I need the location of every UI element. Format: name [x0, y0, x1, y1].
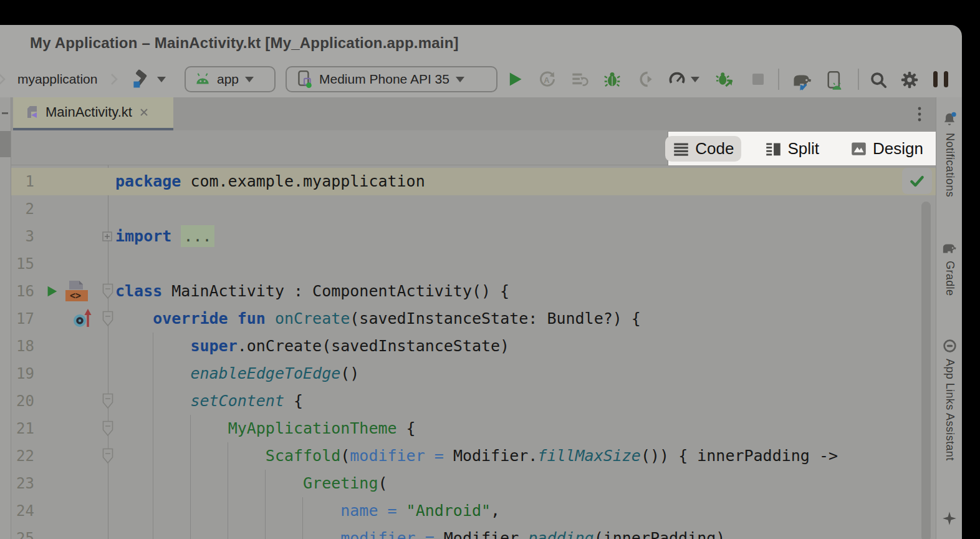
- code-token: class: [115, 282, 162, 300]
- main-area: MainActivity.kt: [0, 97, 962, 539]
- close-icon[interactable]: [138, 107, 150, 118]
- code-token: super: [190, 337, 237, 355]
- breadcrumb-label: myapplication: [17, 72, 97, 87]
- code-line[interactable]: 16<>class MainActivity : ComponentActivi…: [11, 278, 936, 305]
- code-text: import ...: [115, 223, 214, 250]
- right-tool-stripe: Notifications Gradle App Links Assistant: [936, 97, 962, 539]
- code-line[interactable]: 3import ...: [11, 223, 936, 250]
- apply-changes-button[interactable]: A: [539, 70, 556, 88]
- view-mode-code-button[interactable]: Code: [665, 136, 741, 162]
- code-editor[interactable]: 1package com.example.myapplication23impo…: [11, 165, 936, 539]
- breadcrumb[interactable]: myapplication: [17, 61, 97, 97]
- module-selector[interactable]: app: [185, 66, 276, 92]
- editor-tab-bar: MainActivity.kt: [11, 97, 936, 130]
- profiler-button[interactable]: [668, 70, 686, 88]
- device-manager-button[interactable]: [825, 70, 843, 88]
- tab-mainactivity[interactable]: MainActivity.kt: [13, 97, 173, 130]
- code-line[interactable]: 18 super.onCreate(savedInstanceState): [11, 333, 936, 360]
- view-mode-design-button[interactable]: Design: [843, 136, 931, 162]
- app-links-label: App Links Assistant: [943, 359, 956, 461]
- line-number: 17: [11, 305, 34, 333]
- sidebar-item-notifications[interactable]: Notifications: [936, 111, 962, 197]
- fold-marker-icon[interactable]: [102, 420, 113, 437]
- line-number: 24: [11, 497, 34, 525]
- code-token: [115, 392, 190, 410]
- build-dropdown-caret[interactable]: [157, 61, 166, 97]
- code-text: class MainActivity : ComponentActivity()…: [115, 278, 509, 305]
- settings-gear-icon: [900, 70, 919, 89]
- code-line[interactable]: 21 MyApplicationTheme {: [11, 415, 936, 442]
- build-button[interactable]: [130, 61, 151, 97]
- device-selector[interactable]: Medium Phone API 35: [286, 66, 497, 92]
- android-studio-window: My Application – MainActivity.kt [My_App…: [0, 25, 962, 539]
- design-view-label: Design: [873, 139, 923, 158]
- code-token: (: [340, 447, 350, 465]
- fold-marker-icon[interactable]: [102, 283, 113, 299]
- code-token: [115, 419, 228, 437]
- screen: My Application – MainActivity.kt [My_App…: [0, 0, 980, 539]
- editor-scrollbar[interactable]: [921, 202, 931, 539]
- profile-app-button[interactable]: [716, 70, 733, 88]
- search-icon: [869, 70, 888, 89]
- breadcrumb-chevron-icon: [110, 61, 118, 97]
- device-label: Medium Phone API 35: [319, 72, 449, 87]
- svg-text:<>: <>: [70, 290, 81, 301]
- code-line[interactable]: 23 Greeting(: [11, 470, 936, 497]
- profile-app-icon: [716, 70, 734, 89]
- gradle-sync-button[interactable]: [790, 70, 815, 88]
- code-token: Modifier.: [444, 529, 528, 539]
- line-number: 1: [11, 168, 34, 195]
- code-line[interactable]: 19 enableEdgeToEdge(): [11, 360, 936, 387]
- kotlin-file-icon: [24, 105, 39, 120]
- stripe-dash: [2, 112, 8, 114]
- code-text: Greeting(: [115, 470, 388, 497]
- app-links-icon: [942, 338, 958, 354]
- gradle-label: Gradle: [943, 261, 956, 296]
- left-tool-stripe: [0, 97, 11, 539]
- module-caret-icon: [245, 77, 254, 82]
- line-number: 23: [11, 470, 34, 497]
- debug-button[interactable]: [603, 70, 621, 88]
- run-class-icon[interactable]: [45, 284, 59, 299]
- code-text: setContent {: [115, 387, 303, 415]
- title-bar: My Application – MainActivity.kt [My_App…: [0, 25, 962, 61]
- gradle-elephant-icon: [940, 241, 959, 256]
- settings-button[interactable]: [900, 70, 918, 88]
- code-text: Scaffold(modifier = Modifier.fillMaxSize…: [115, 442, 838, 470]
- sidebar-item-app-links-assistant[interactable]: App Links Assistant: [936, 338, 962, 461]
- sidebar-item-gradle[interactable]: Gradle: [936, 241, 962, 296]
- code-line[interactable]: 2: [11, 195, 936, 223]
- overrides-method-icon[interactable]: [72, 308, 94, 330]
- android-icon: [195, 72, 211, 86]
- fold-marker-icon[interactable]: [102, 448, 113, 464]
- split-view-label: Split: [787, 139, 819, 158]
- code-token: name =: [340, 502, 406, 520]
- fold-plus-icon[interactable]: [102, 231, 112, 241]
- notifications-label: Notifications: [943, 133, 956, 197]
- apply-code-changes-button[interactable]: [571, 70, 588, 88]
- tab-options-kebab-icon[interactable]: [912, 106, 927, 122]
- code-line[interactable]: 25 modifier = Modifier.padding(innerPadd…: [11, 525, 936, 539]
- run-button[interactable]: [506, 70, 524, 88]
- stop-button[interactable]: [751, 72, 768, 89]
- code-line[interactable]: 15: [11, 250, 936, 278]
- search-everywhere-button[interactable]: [869, 70, 886, 88]
- line-number: 15: [11, 250, 34, 278]
- gemini-sparkle-button[interactable]: [936, 510, 962, 527]
- manifest-component-icon[interactable]: <>: [64, 279, 89, 303]
- fold-marker-icon[interactable]: [102, 311, 113, 327]
- attach-debugger-button[interactable]: [636, 70, 653, 88]
- code-token: [115, 337, 190, 355]
- code-line[interactable]: 20 setContent {: [11, 387, 936, 415]
- fold-marker-icon[interactable]: [102, 393, 113, 409]
- editor-column: MainActivity.kt: [11, 97, 936, 539]
- code-token: Greeting: [303, 474, 378, 492]
- code-line[interactable]: 22 Scaffold(modifier = Modifier.fillMaxS…: [11, 442, 936, 470]
- code-line[interactable]: 24 name = "Android",: [11, 497, 936, 525]
- code-line[interactable]: 1package com.example.myapplication: [11, 168, 936, 195]
- inspections-widget[interactable]: [902, 168, 932, 194]
- code-line[interactable]: 17 override fun onCreate(savedInstanceSt…: [11, 305, 936, 333]
- avatar[interactable]: [931, 69, 950, 87]
- profiler-caret-icon[interactable]: [691, 61, 699, 97]
- view-mode-split-button[interactable]: Split: [757, 136, 827, 162]
